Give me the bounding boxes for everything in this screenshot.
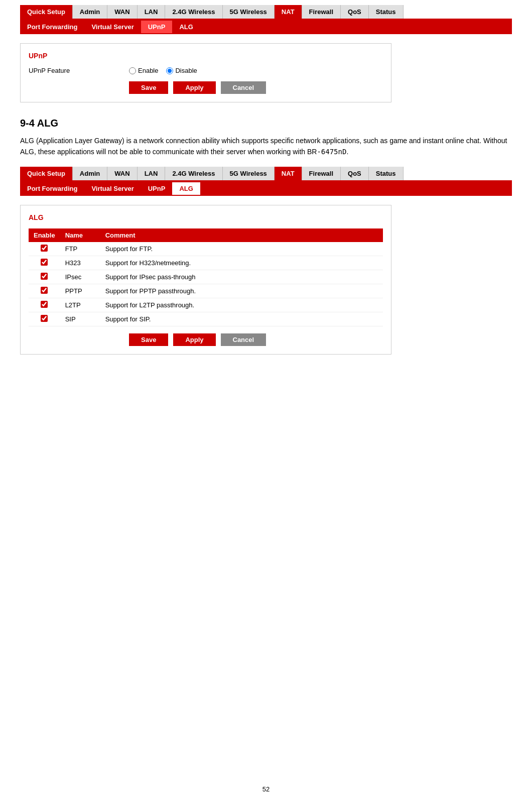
alg-row-comment: Support for FTP. bbox=[100, 242, 383, 256]
sub-virtual-server[interactable]: Virtual Server bbox=[84, 21, 141, 33]
upnp-save-button[interactable]: Save bbox=[129, 81, 168, 94]
alg-row-name: FTP bbox=[60, 242, 100, 256]
upnp-feature-label: UPnP Feature bbox=[29, 67, 129, 74]
alg-row-checkbox-cell[interactable] bbox=[29, 256, 60, 270]
upnp-cancel-button[interactable]: Cancel bbox=[221, 81, 267, 94]
alg-table-row: SIPSupport for SIP. bbox=[29, 312, 383, 326]
alg-row-comment: Support for PPTP passthrough. bbox=[100, 284, 383, 298]
nav-lan[interactable]: LAN bbox=[138, 5, 166, 19]
alg-row-checkbox-cell[interactable] bbox=[29, 270, 60, 284]
nav-2g-wireless[interactable]: 2.4G Wireless bbox=[165, 5, 222, 19]
upnp-apply-button[interactable]: Apply bbox=[173, 81, 215, 94]
upnp-section-box: UPnP UPnP Feature Enable Disable bbox=[20, 43, 391, 102]
nav-qos-2[interactable]: QoS bbox=[341, 167, 369, 180]
nav-quick-setup-2[interactable]: Quick Setup bbox=[20, 167, 73, 180]
nav-lan-2[interactable]: LAN bbox=[138, 167, 166, 180]
alg-row-name: SIP bbox=[60, 312, 100, 326]
alg-row-checkbox-cell[interactable] bbox=[29, 242, 60, 256]
alg-row-name: IPsec bbox=[60, 270, 100, 284]
upnp-enable-label: Enable bbox=[138, 67, 158, 74]
sub-upnp-2[interactable]: UPnP bbox=[141, 182, 173, 195]
alg-checkbox-ipsec[interactable] bbox=[41, 273, 48, 280]
nav-nat[interactable]: NAT bbox=[275, 5, 302, 19]
upnp-disable-radio[interactable]: Disable bbox=[166, 67, 197, 74]
alg-row-comment: Support for IPsec pass-through bbox=[100, 270, 383, 284]
nav-status[interactable]: Status bbox=[369, 5, 404, 19]
nav-wan[interactable]: WAN bbox=[107, 5, 137, 19]
sub-alg-2[interactable]: ALG bbox=[172, 182, 200, 195]
nav-quick-setup[interactable]: Quick Setup bbox=[20, 5, 73, 19]
nav-nat-2[interactable]: NAT bbox=[275, 167, 302, 180]
nav-qos[interactable]: QoS bbox=[341, 5, 369, 19]
upnp-radio-group: Enable Disable bbox=[129, 67, 197, 74]
alg-apply-button[interactable]: Apply bbox=[173, 333, 215, 346]
alg-table-row: FTPSupport for FTP. bbox=[29, 242, 383, 256]
upnp-feature-row: UPnP Feature Enable Disable bbox=[29, 67, 383, 74]
alg-checkbox-l2tp[interactable] bbox=[41, 301, 48, 308]
page-footer: 52 bbox=[0, 770, 532, 798]
alg-col-enable: Enable bbox=[29, 228, 60, 242]
alg-col-comment: Comment bbox=[100, 228, 383, 242]
alg-table-row: L2TPSupport for L2TP passthrough. bbox=[29, 298, 383, 312]
alg-table-row: IPsecSupport for IPsec pass-through bbox=[29, 270, 383, 284]
nav-firewall[interactable]: Firewall bbox=[302, 5, 341, 19]
nav-firewall-2[interactable]: Firewall bbox=[302, 167, 341, 180]
sub-nav-upnp: Port Forwarding Virtual Server UPnP ALG bbox=[20, 20, 512, 34]
sub-port-forwarding[interactable]: Port Forwarding bbox=[20, 21, 84, 33]
sub-virtual-server-2[interactable]: Virtual Server bbox=[84, 182, 141, 195]
alg-description: ALG (Application Layer Gateway) is a net… bbox=[20, 135, 512, 158]
upnp-disable-label: Disable bbox=[175, 67, 197, 74]
page-number: 52 bbox=[262, 785, 270, 793]
alg-checkbox-pptp[interactable] bbox=[41, 287, 48, 294]
sub-port-forwarding-2[interactable]: Port Forwarding bbox=[20, 182, 84, 195]
upnp-section-title: UPnP bbox=[29, 52, 383, 60]
alg-checkbox-h323[interactable] bbox=[41, 259, 48, 266]
alg-table-header-row: Enable Name Comment bbox=[29, 228, 383, 242]
alg-row-name: PPTP bbox=[60, 284, 100, 298]
alg-section-heading: 9-4 ALG bbox=[20, 118, 512, 129]
alg-row-comment: Support for H323/netmeeting. bbox=[100, 256, 383, 270]
alg-cancel-button[interactable]: Cancel bbox=[221, 333, 267, 346]
nav-wan-2[interactable]: WAN bbox=[107, 167, 137, 180]
nav-admin[interactable]: Admin bbox=[73, 5, 107, 19]
alg-row-comment: Support for SIP. bbox=[100, 312, 383, 326]
nav-admin-2[interactable]: Admin bbox=[73, 167, 107, 180]
alg-table: Enable Name Comment FTPSupport for FTP.H… bbox=[29, 228, 383, 326]
alg-checkbox-sip[interactable] bbox=[41, 315, 48, 322]
sub-upnp[interactable]: UPnP bbox=[141, 21, 173, 33]
alg-row-name: L2TP bbox=[60, 298, 100, 312]
top-nav-alg: Quick Setup Admin WAN LAN 2.4G Wireless … bbox=[20, 167, 512, 181]
alg-checkbox-ftp[interactable] bbox=[41, 245, 48, 252]
alg-row-checkbox-cell[interactable] bbox=[29, 284, 60, 298]
alg-section-title: ALG bbox=[29, 213, 383, 221]
alg-table-row: PPTPSupport for PPTP passthrough. bbox=[29, 284, 383, 298]
alg-section-box: ALG Enable Name Comment FTPSupport for F… bbox=[20, 205, 391, 355]
nav-5g-wireless[interactable]: 5G Wireless bbox=[223, 5, 275, 19]
upnp-button-group: Save Apply Cancel bbox=[29, 81, 383, 94]
alg-row-checkbox-cell[interactable] bbox=[29, 298, 60, 312]
nav-2g-wireless-2[interactable]: 2.4G Wireless bbox=[165, 167, 222, 180]
sub-nav-alg: Port Forwarding Virtual Server UPnP ALG bbox=[20, 181, 512, 196]
alg-row-name: H323 bbox=[60, 256, 100, 270]
top-nav-upnp: Quick Setup Admin WAN LAN 2.4G Wireless … bbox=[20, 5, 512, 20]
alg-button-group: Save Apply Cancel bbox=[29, 333, 383, 346]
alg-row-checkbox-cell[interactable] bbox=[29, 312, 60, 326]
sub-alg[interactable]: ALG bbox=[172, 21, 200, 33]
alg-table-row: H323Support for H323/netmeeting. bbox=[29, 256, 383, 270]
alg-row-comment: Support for L2TP passthrough. bbox=[100, 298, 383, 312]
upnp-enable-radio[interactable]: Enable bbox=[129, 67, 158, 74]
alg-save-button[interactable]: Save bbox=[129, 333, 168, 346]
nav-status-2[interactable]: Status bbox=[369, 167, 404, 180]
alg-col-name: Name bbox=[60, 228, 100, 242]
nav-5g-wireless-2[interactable]: 5G Wireless bbox=[223, 167, 275, 180]
